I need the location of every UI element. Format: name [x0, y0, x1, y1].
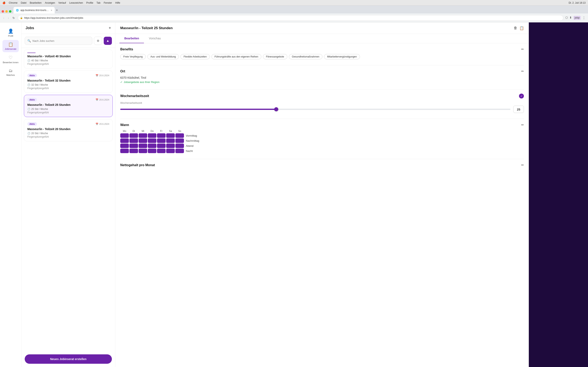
cell-mi-na[interactable]	[139, 149, 147, 153]
cell-do-na[interactable]	[148, 149, 156, 153]
close-window-btn[interactable]	[2, 10, 4, 13]
active-tab[interactable]: 🌐 app.business.tirol-tourism-jobs... ✕	[13, 7, 55, 13]
job-card-1[interactable]: Masseur/in - Vollzeit 40 Stunden 🕐 40 St…	[24, 50, 113, 68]
cell-so-vm[interactable]	[175, 133, 184, 138]
slider-thumb[interactable]	[274, 107, 278, 111]
menu-lesezeichen[interactable]: Lesezeichen	[69, 1, 83, 4]
nettogehalt-header: Nettogehalt pro Monat ✏	[120, 163, 524, 167]
minimize-window-btn[interactable]	[5, 10, 8, 13]
sidebar-item-bewerber[interactable]: ♡ Bewerber:innen	[2, 53, 19, 66]
nettogehalt-edit-btn[interactable]: ✏	[521, 163, 524, 167]
cell-mo-nm[interactable]	[120, 138, 129, 143]
search-input[interactable]	[33, 39, 90, 42]
job-hours-2: 🕐 32 Std / Woche	[27, 83, 109, 86]
search-input-wrap[interactable]: 🔍	[25, 37, 92, 45]
cell-mo-vm[interactable]	[120, 133, 129, 138]
job-card-4[interactable]: Aktiv 📅 20.6.2024 Masseur/in - Teilzeit …	[24, 119, 113, 141]
cell-do-vm[interactable]	[148, 133, 156, 138]
cell-fr-vm[interactable]	[157, 133, 165, 138]
wann-edit-btn[interactable]: ✏	[521, 123, 524, 127]
day-sa: Sa	[166, 130, 175, 133]
cell-do-ab[interactable]	[148, 143, 156, 148]
search-bar: 🔍 ⚙ ▲	[21, 34, 115, 48]
cell-so-nm[interactable]	[175, 138, 184, 143]
sidebar-item-matches[interactable]: 🗂 Matches	[2, 67, 19, 78]
cell-sa-na[interactable]	[166, 149, 175, 153]
cell-mo-ab[interactable]	[120, 143, 129, 148]
cell-do-nm[interactable]	[148, 138, 156, 143]
cell-di-nm[interactable]	[130, 138, 138, 143]
sidebar-item-jobinserate[interactable]: 📋 Jobinserate	[2, 40, 19, 52]
profile-btn[interactable]: jobp	[573, 16, 581, 20]
detail-header: Masseur/in - Teilzeit 25 Stunden 🗑 📋	[115, 22, 529, 34]
benefits-edit-btn[interactable]: ✏	[521, 47, 524, 51]
delete-btn[interactable]: 🗑	[514, 26, 517, 30]
menu-chrome[interactable]: Chrome	[9, 1, 17, 4]
day-mi: Mi	[139, 130, 147, 133]
wann-row-nacht: Nacht	[120, 149, 524, 153]
cell-mo-na[interactable]	[120, 149, 129, 153]
menu-btn[interactable]: ⋮	[582, 16, 586, 20]
cell-sa-nm[interactable]	[166, 138, 175, 143]
job-card-2[interactable]: Aktiv 📅 20.6.2024 Masseur/in - Teilzeit …	[24, 71, 113, 93]
cell-mi-vm[interactable]	[139, 133, 147, 138]
cell-mi-ab[interactable]	[139, 143, 147, 148]
filter-btn[interactable]: ⚙	[94, 37, 102, 45]
cell-fr-na[interactable]	[157, 149, 165, 153]
wann-title: Wann	[120, 123, 129, 127]
menu-verlauf[interactable]: Verlauf	[58, 1, 66, 4]
ort-edit-btn[interactable]: ✏	[521, 69, 524, 73]
benefit-tag-2: Flexible Arbeitszeiten	[181, 54, 210, 59]
tab-vorschau[interactable]: Vorschau	[144, 34, 165, 43]
extensions-btn[interactable]: ⬡	[565, 16, 568, 20]
menu-fenster[interactable]: Fenster	[104, 1, 112, 4]
apple-menu[interactable]: 🍎	[2, 1, 6, 4]
cell-fr-nm[interactable]	[157, 138, 165, 143]
divider-4	[120, 159, 524, 159]
cell-sa-vm[interactable]	[166, 133, 175, 138]
cell-di-vm[interactable]	[130, 133, 138, 138]
wann-header: Wann ✏	[120, 123, 524, 127]
cell-di-na[interactable]	[130, 149, 138, 153]
reload-btn[interactable]: ↻	[12, 16, 16, 20]
sidebar-item-profil[interactable]: 👤 Profil	[2, 26, 19, 39]
menu-bearbeiten[interactable]: Bearbeiten	[30, 1, 42, 4]
cell-so-ab[interactable]	[175, 143, 184, 148]
download-btn[interactable]: ⬇	[570, 16, 572, 20]
menu-anzeigen[interactable]: Anzeigen	[45, 1, 55, 4]
detail-tabs: Bearbeiten Vorschau	[115, 34, 529, 43]
nav-sidebar: 👤 Profil 📋 Jobinserate ♡ Bewerber:innen …	[0, 22, 21, 367]
cell-sa-ab[interactable]	[166, 143, 175, 148]
sidebar-item-profil-label: Profil	[8, 35, 13, 37]
create-job-btn[interactable]: Neues Jobinserat erstellen	[25, 354, 112, 364]
menu-tab[interactable]: Tab	[96, 1, 100, 4]
ort-location: 6370 Kitzbühel, Tirol	[120, 76, 524, 79]
copy-btn[interactable]: 📋	[519, 26, 524, 30]
sort-btn[interactable]: ▲	[104, 37, 112, 45]
job-hours-3: 🕐 25 Std / Woche	[27, 108, 109, 110]
divider-1	[120, 65, 524, 65]
cell-di-ab[interactable]	[130, 143, 138, 148]
menu-profile[interactable]: Profile	[86, 1, 93, 4]
add-job-btn[interactable]: +	[109, 26, 111, 30]
ort-header: Ort ✏	[120, 69, 524, 73]
slider-fill	[120, 109, 276, 110]
wann-row-nachmittag: Nachmittag	[120, 138, 524, 143]
jobinserate-icon: 📋	[8, 42, 13, 47]
maximize-window-btn[interactable]	[9, 10, 11, 13]
url-bar[interactable]: 🔒 https://app.business.tirol-tourism-job…	[18, 15, 563, 21]
cell-fr-ab[interactable]	[157, 143, 165, 148]
forward-btn[interactable]: ›	[7, 16, 10, 20]
slider-track[interactable]	[120, 109, 510, 110]
cell-so-na[interactable]	[175, 149, 184, 153]
new-tab-btn[interactable]: +	[56, 7, 58, 13]
tab-close-btn[interactable]: ✕	[51, 9, 52, 11]
label-vormittag: Vormittag	[186, 134, 197, 137]
job-card-3[interactable]: Aktiv 📅 20.6.2024 Masseur/in - Teilzeit …	[24, 95, 113, 117]
tab-bearbeiten[interactable]: Bearbeiten	[120, 34, 144, 43]
cell-mi-nm[interactable]	[139, 138, 147, 143]
menu-datei[interactable]: Datei	[21, 1, 26, 4]
back-btn[interactable]: ‹	[2, 16, 5, 20]
menu-hilfe[interactable]: Hilfe	[115, 1, 120, 4]
benefit-tag-3: Führungskräfte aus den eigenen Reihen	[212, 54, 261, 59]
